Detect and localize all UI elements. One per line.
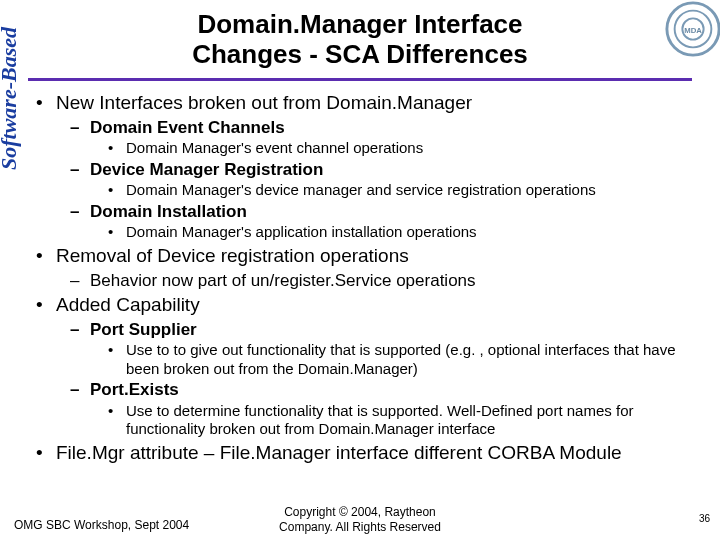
bullet-port-exists-desc: Use to determine functionality that is s…	[126, 402, 692, 440]
bullet-event-channel-ops: Domain Manager's event channel operation…	[126, 139, 692, 158]
bullet-filemgr: File.Mgr attribute – File.Manager interf…	[56, 441, 692, 465]
bullet-behavior-unregister: Behavior now part of un/register.Service…	[90, 270, 692, 291]
bullet-device-manager-reg: Device Manager Registration	[90, 159, 692, 180]
bullet-domain-event-channels: Domain Event Channels	[90, 117, 692, 138]
software-based-logo: Software-Based	[0, 27, 22, 170]
bullet-domain-installation: Domain Installation	[90, 201, 692, 222]
bullet-removal-device-reg: Removal of Device registration operation…	[56, 244, 692, 268]
slide-title: Domain.Manager Interface Changes - SCA D…	[28, 8, 692, 70]
page-number: 36	[699, 513, 710, 524]
footer-copyright: Copyright © 2004, Raytheon Company. All …	[0, 505, 720, 534]
bullet-port-exists: Port.Exists	[90, 379, 692, 400]
title-line2: Changes - SCA Differences	[192, 39, 528, 69]
bullet-port-supplier-desc: Use to to give out functionality that is…	[126, 341, 692, 379]
bullet-new-interfaces: New Interfaces broken out from Domain.Ma…	[56, 91, 692, 115]
content-list: New Interfaces broken out from Domain.Ma…	[28, 91, 692, 465]
title-line1: Domain.Manager Interface	[197, 9, 522, 39]
bullet-port-supplier: Port Supplier	[90, 319, 692, 340]
bullet-device-manager-ops: Domain Manager's device manager and serv…	[126, 181, 692, 200]
slide: Software-Based MDA Domain.Manager Interf…	[0, 0, 720, 540]
copyright-line2: Company. All Rights Reserved	[279, 520, 441, 534]
header: Domain.Manager Interface Changes - SCA D…	[28, 8, 692, 81]
bullet-added-capability: Added Capability	[56, 293, 692, 317]
copyright-line1: Copyright © 2004, Raytheon	[284, 505, 436, 519]
bullet-app-install-ops: Domain Manager's application installatio…	[126, 223, 692, 242]
